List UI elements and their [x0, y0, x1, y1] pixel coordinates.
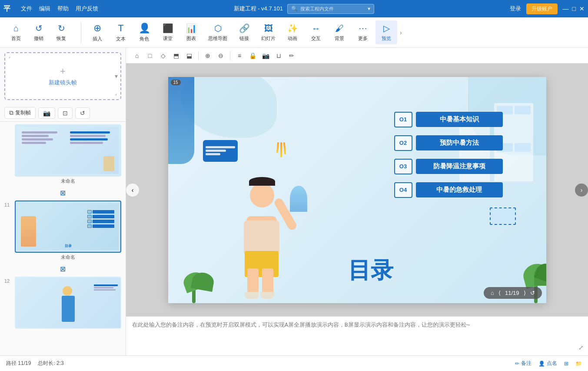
- canvas-tool-zoom-in[interactable]: ⊕: [202, 50, 213, 61]
- minimize-btn[interactable]: —: [563, 5, 569, 12]
- folder-icon: 📁: [575, 361, 582, 367]
- canvas-tool-align[interactable]: ≡: [234, 50, 245, 61]
- canvas-tool-lock[interactable]: 🔒: [247, 50, 258, 61]
- toolbar-nav: ⌂ 首页 ↺ 撤销 ↻ 恢复: [5, 20, 72, 44]
- tool-more[interactable]: ⋯ 更多: [352, 20, 374, 44]
- close-btn[interactable]: ✕: [579, 5, 585, 12]
- canvas-tool-layout1[interactable]: ⬒: [170, 50, 182, 61]
- maximize-btn[interactable]: □: [572, 5, 576, 12]
- notes-btn[interactable]: ✏ 备注: [515, 360, 532, 367]
- sidebar: ⌜ + 新建镜头帧 ⌟ ▾ ⧉ 复制帧 📷 ⊡ ↺: [0, 48, 126, 355]
- action-bar: ⧉ 复制帧 📷 ⊡ ↺: [0, 104, 126, 122]
- expand-notes-btn[interactable]: ⤢: [578, 344, 584, 351]
- tool-label-preview: 预览: [382, 35, 391, 42]
- roll-call-icon: 👤: [538, 361, 545, 367]
- slide-thumb-12[interactable]: [15, 277, 121, 329]
- tool-classroom[interactable]: ⬛ 课堂: [157, 20, 179, 44]
- tool-character[interactable]: 👤 角色: [133, 20, 155, 45]
- search-placeholder: 搜索工程内文件: [300, 6, 334, 12]
- animation-icon: ✨: [287, 23, 298, 33]
- menu-row-3: O3 防暑降温注意事项: [394, 159, 503, 174]
- statusbar-left: 路径 11/19 总时长: 2:3: [6, 360, 64, 367]
- tool-mindmap[interactable]: ⬡ 思维导图: [204, 20, 232, 44]
- tool-insert[interactable]: ⊕ 插入: [86, 20, 108, 45]
- menu-item-file[interactable]: 文件: [21, 5, 32, 13]
- undo-icon: ↺: [35, 23, 43, 33]
- canvas-tool-home[interactable]: ⌂: [131, 50, 143, 61]
- plant-left: [192, 286, 196, 303]
- canvas-tool-rect[interactable]: □: [144, 50, 156, 61]
- tool-label-redo: 恢复: [56, 35, 66, 42]
- slide-canvas[interactable]: O1 中暑基本知识 O2 预防中暑方法 O3 防暑降温注意事项 O4 中暑的急救…: [168, 77, 546, 303]
- chart-icon: 📊: [186, 23, 197, 33]
- canvas-tool-edit[interactable]: ✏: [286, 50, 297, 61]
- statusbar-right: ✏ 备注 👤 点名 ⊞ 📁: [515, 360, 582, 367]
- screen-btn[interactable]: ⊞: [564, 361, 568, 367]
- grid-btn[interactable]: ⊡: [58, 107, 73, 119]
- tool-undo[interactable]: ↺ 撤销: [28, 20, 50, 44]
- tool-home[interactable]: ⌂ 首页: [5, 20, 27, 44]
- list-item: 12: [4, 277, 121, 329]
- tool-redo[interactable]: ↻ 恢复: [50, 20, 72, 44]
- folder-btn[interactable]: 📁: [575, 361, 582, 367]
- canvas-tool-zoom-out[interactable]: ⊖: [215, 50, 226, 61]
- separator-icon-1: ⊠: [4, 189, 121, 197]
- menu-num-4: O4: [394, 182, 412, 198]
- tool-label-undo: 撤销: [34, 35, 43, 42]
- roll-call-btn[interactable]: 👤 点名: [538, 360, 557, 367]
- tool-chart[interactable]: 📊 图表: [180, 20, 202, 44]
- menu-item-help[interactable]: 帮助: [57, 5, 69, 13]
- slide-thumb-10[interactable]: [15, 124, 121, 177]
- canvas-tool-camera[interactable]: 📷: [260, 50, 271, 61]
- tool-link[interactable]: 🔗 链接: [233, 20, 255, 44]
- playback-prev-icon: ⟨: [498, 290, 501, 296]
- search-box[interactable]: 🔍 搜索工程内文件 ▾: [287, 4, 374, 14]
- rotate-btn[interactable]: ↺: [75, 107, 90, 119]
- mini-text: [93, 210, 114, 214]
- divider: [230, 51, 230, 60]
- nav-prev-btn[interactable]: ‹: [126, 184, 139, 197]
- menu-item-feedback[interactable]: 用户反馈: [76, 5, 98, 13]
- tool-label-insert: 插入: [93, 36, 102, 42]
- corner-tl: ⌜: [9, 57, 11, 61]
- tool-preview[interactable]: ▷ 预览: [375, 20, 397, 44]
- mini-num: O1: [87, 210, 92, 214]
- notes-label: 备注: [521, 360, 532, 367]
- copy-frame-btn[interactable]: ⧉ 复制帧: [4, 107, 36, 119]
- titlebar-center: 新建工程 - v4.7.101 🔍 搜索工程内文件 ▾: [98, 4, 510, 14]
- playback-refresh-icon: ↺: [530, 290, 535, 296]
- interact-icon: ↔: [312, 23, 320, 33]
- slideshow-icon: 🖼: [264, 23, 273, 33]
- mini-title: 目录: [65, 244, 72, 248]
- tool-slideshow[interactable]: 🖼 幻灯片: [257, 21, 280, 44]
- new-frame-btn[interactable]: ⌜ + 新建镜头帧 ⌟ ▾: [4, 52, 121, 100]
- canvas-tool-crop[interactable]: ⊔: [273, 50, 284, 61]
- nav-next-btn[interactable]: ›: [575, 184, 588, 197]
- canvas-tool-layout2[interactable]: ⬓: [183, 50, 195, 61]
- tool-interact[interactable]: ↔ 交互: [305, 21, 327, 44]
- home-icon: ⌂: [13, 23, 19, 33]
- menu-num-1: O1: [394, 112, 412, 127]
- login-btn[interactable]: 登录: [510, 5, 521, 13]
- screenshot-btn[interactable]: 📷: [38, 107, 55, 119]
- notes-area: ⤢: [126, 316, 588, 355]
- canvas-toolbar: ⌂ □ ◇ ⬒ ⬓ ⊕ ⊖ ≡ 🔒 📷 ⊔ ✏: [126, 48, 588, 64]
- tool-animation[interactable]: ✨ 动画: [282, 20, 303, 44]
- mini-num: O3: [87, 220, 92, 223]
- tool-text[interactable]: T 文本: [110, 20, 132, 45]
- upgrade-btn[interactable]: 升级账户: [526, 3, 558, 14]
- menu-item-edit[interactable]: 编辑: [39, 5, 50, 13]
- notes-input[interactable]: [132, 321, 582, 351]
- more-icon: ⋯: [359, 23, 367, 33]
- menu-text-3: 防暑降温注意事项: [416, 159, 503, 174]
- canvas-tool-diamond[interactable]: ◇: [157, 50, 169, 61]
- toolbar-expand-icon[interactable]: ›: [400, 29, 402, 36]
- copy-label: 复制帧: [15, 109, 31, 117]
- tool-label-more: 更多: [358, 35, 368, 42]
- playback-counter: 11/19: [505, 290, 519, 296]
- slide-num-11: 11: [4, 201, 12, 207]
- search-icon: 🔍: [291, 6, 298, 12]
- bg-blob: [181, 77, 277, 138]
- slide-thumb-11[interactable]: O1 O2 O3: [15, 201, 121, 253]
- tool-background[interactable]: 🖌 背景: [329, 21, 350, 44]
